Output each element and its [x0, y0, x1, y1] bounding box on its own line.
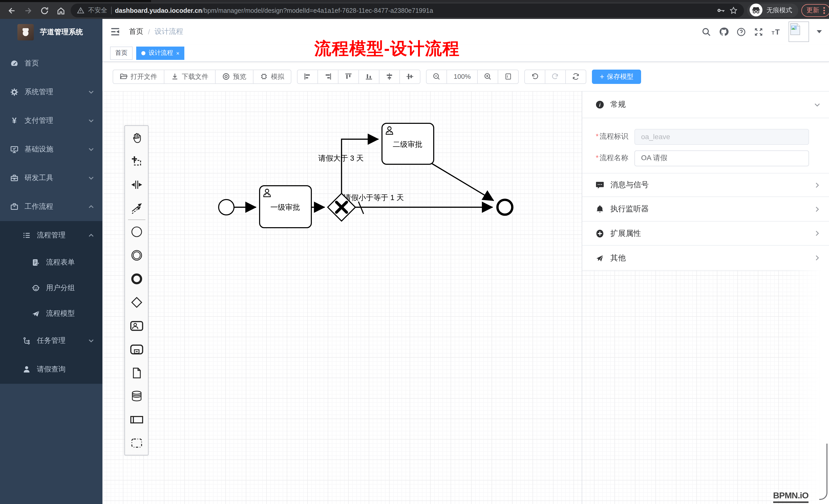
- flow-task2-to-end[interactable]: [432, 164, 494, 201]
- bpmn-io-watermark[interactable]: BPMN.iO: [773, 491, 808, 503]
- sidebar-item-process-form[interactable]: 流程表单: [0, 250, 102, 275]
- browser-menu-icon[interactable]: [823, 7, 825, 14]
- align-top-button[interactable]: [338, 69, 359, 84]
- open-file-button[interactable]: 打开文件: [113, 69, 165, 84]
- section-listener-header[interactable]: 执行监听器: [582, 197, 829, 221]
- align-vertical-center-button[interactable]: [379, 69, 400, 84]
- align-horizontal-center-button[interactable]: [399, 69, 421, 84]
- avatar[interactable]: [789, 22, 809, 42]
- space-tool[interactable]: [125, 173, 148, 196]
- save-model-button[interactable]: + 保存模型: [592, 69, 641, 84]
- reload-icon[interactable]: [38, 4, 51, 17]
- tab-design-process[interactable]: 设计流程 ×: [136, 46, 185, 60]
- align-bottom-button[interactable]: [358, 69, 380, 84]
- monitor-icon: [10, 145, 19, 154]
- group-entry[interactable]: [125, 431, 148, 455]
- sidebar-item-process-mgmt[interactable]: 流程管理: [0, 221, 102, 250]
- download-file-button[interactable]: 下载文件: [164, 69, 216, 84]
- password-key-icon[interactable]: [717, 6, 726, 15]
- chevron-right-icon[interactable]: [814, 205, 821, 212]
- briefcase-icon: [10, 203, 19, 211]
- sidebar-item-user-group[interactable]: 用户分组: [0, 275, 102, 301]
- sidebar-toggle-icon[interactable]: [110, 26, 121, 37]
- reset-view-button[interactable]: [498, 69, 519, 84]
- global-connect-tool[interactable]: [125, 196, 148, 220]
- align-left-button[interactable]: [297, 69, 318, 84]
- incognito-label: 无痕模式: [766, 6, 792, 15]
- chevron-down-icon: [88, 146, 94, 153]
- undo-button[interactable]: [525, 69, 546, 84]
- download-icon: [171, 73, 179, 80]
- sidebar-item-leave-query[interactable]: 请假查询: [0, 355, 102, 384]
- bpmn-canvas[interactable]: 请假大于 3 天 请假小于等于 1 天 一级审批: [102, 91, 829, 504]
- field-label: *流程标识: [582, 132, 635, 141]
- home-icon[interactable]: [54, 4, 68, 17]
- start-event-entry[interactable]: [125, 220, 148, 244]
- font-size-icon[interactable]: TT: [771, 27, 781, 37]
- breadcrumb-home[interactable]: 首页: [129, 27, 143, 36]
- help-icon[interactable]: [736, 27, 746, 37]
- user-task-level2[interactable]: 二级审批: [382, 123, 434, 164]
- flow-condition-label[interactable]: 请假大于 3 天: [318, 154, 364, 162]
- section-other: 其他: [582, 245, 829, 271]
- back-icon[interactable]: [5, 4, 19, 17]
- process-name-input[interactable]: [635, 150, 809, 166]
- end-event[interactable]: [498, 200, 512, 215]
- close-tab-icon[interactable]: ×: [176, 50, 179, 56]
- bookmark-star-icon[interactable]: [729, 6, 738, 15]
- sidebar-item-workflow[interactable]: 工作流程: [0, 192, 102, 221]
- chevron-down-icon[interactable]: [814, 101, 821, 108]
- hand-tool[interactable]: [125, 126, 148, 149]
- participant-entry[interactable]: [125, 408, 148, 432]
- redo-button[interactable]: [545, 69, 566, 84]
- end-event-entry[interactable]: [125, 267, 148, 290]
- fullscreen-icon[interactable]: [754, 27, 763, 37]
- chevron-right-icon[interactable]: [814, 230, 821, 237]
- sidebar-item-devtools[interactable]: 研发工具: [0, 164, 102, 192]
- user-task-level1[interactable]: 一级审批: [260, 186, 311, 228]
- sidebar-item-home[interactable]: 首页: [0, 49, 102, 78]
- intermediate-event-entry[interactable]: [125, 244, 148, 267]
- document-edit-icon: [32, 259, 40, 267]
- sidebar-item-label: 研发工具: [25, 173, 82, 183]
- avatar-caret-icon[interactable]: [817, 30, 822, 36]
- data-store-entry[interactable]: [125, 385, 148, 408]
- plus-circle-icon: [596, 229, 604, 238]
- section-general: i 常规: [582, 91, 829, 118]
- start-event[interactable]: [219, 200, 234, 215]
- sidebar-item-infra[interactable]: 基础设施: [0, 135, 102, 164]
- sidebar-item-process-model[interactable]: 流程模型: [0, 301, 102, 326]
- app-logo-row[interactable]: 芋道管理系统: [0, 19, 102, 45]
- github-icon[interactable]: [719, 27, 729, 37]
- search-icon[interactable]: [701, 27, 711, 37]
- align-right-button[interactable]: [318, 69, 338, 84]
- zoom-in-button[interactable]: [477, 69, 499, 84]
- simulate-button[interactable]: 模拟: [253, 69, 291, 84]
- lasso-tool[interactable]: [125, 149, 148, 173]
- tab-label: 设计流程: [148, 49, 173, 57]
- section-message-header[interactable]: 消息与信号: [582, 173, 829, 196]
- user-task-entry[interactable]: [125, 314, 148, 338]
- flow-condition-label[interactable]: 请假小于等于 1 天: [343, 193, 404, 202]
- sidebar: 芋道管理系统 首页 系统管理 ¥ 支付管理: [0, 19, 102, 504]
- sidebar-item-system[interactable]: 系统管理: [0, 78, 102, 107]
- tab-home[interactable]: 首页: [110, 46, 133, 60]
- refresh-button[interactable]: [566, 69, 586, 84]
- sidebar-item-task-mgmt[interactable]: 任务管理: [0, 326, 102, 355]
- chevron-right-icon[interactable]: [814, 254, 821, 262]
- section-other-header[interactable]: 其他: [582, 245, 829, 270]
- section-ext-header[interactable]: 扩展属性: [582, 222, 829, 245]
- subprocess-entry[interactable]: [125, 338, 148, 361]
- preview-button[interactable]: 预览: [215, 69, 253, 84]
- chevron-right-icon[interactable]: [814, 181, 821, 189]
- section-general-header[interactable]: i 常规: [582, 91, 829, 118]
- url-bar[interactable]: 不安全 dashboard.yudao.iocoder.cn/bpm/manag…: [71, 4, 744, 17]
- flow-gateway-to-task2[interactable]: [341, 139, 379, 193]
- data-object-entry[interactable]: [125, 361, 148, 385]
- person-icon: [23, 365, 31, 374]
- forward-icon[interactable]: [22, 4, 35, 17]
- gateway-entry[interactable]: [125, 290, 148, 314]
- sidebar-item-payment[interactable]: ¥ 支付管理: [0, 107, 102, 135]
- update-button[interactable]: 更新: [801, 4, 829, 17]
- zoom-out-button[interactable]: [426, 69, 447, 84]
